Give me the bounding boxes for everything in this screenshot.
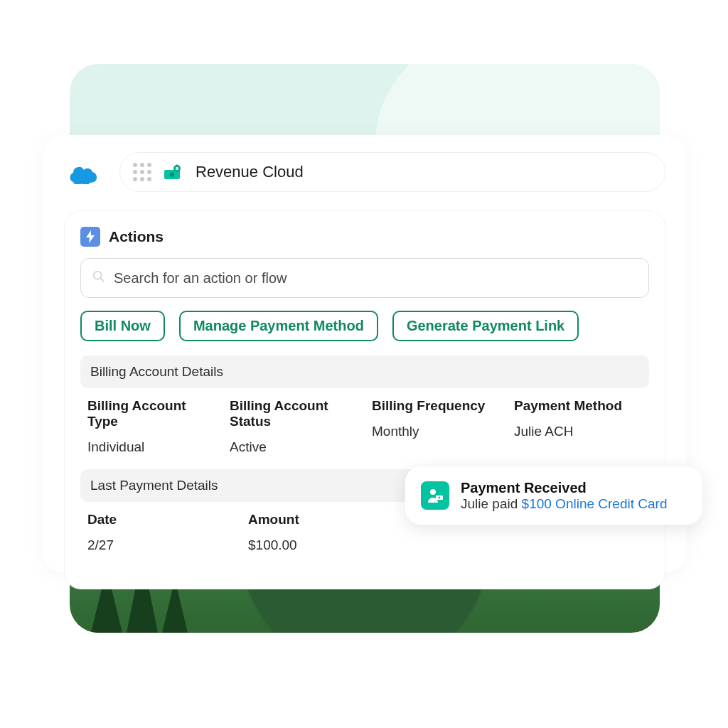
svg-point-3 [176,167,178,170]
svg-rect-5 [176,171,178,173]
quick-action-buttons: Bill Now Manage Payment Method Generate … [80,311,649,341]
search-icon [92,270,105,286]
toast-payment-link[interactable]: $100 Online Credit Card [522,496,668,511]
app-title: Revenue Cloud [196,163,304,181]
toast-title: Payment Received [461,480,667,496]
lightning-icon [80,227,100,247]
billing-type-label: Billing Account Type [87,398,215,429]
actions-title: Actions [109,228,164,245]
billing-type-value: Individual [87,439,215,455]
last-payment-date-label: Date [87,512,234,528]
svg-point-6 [94,272,102,279]
revenue-cloud-app-icon [163,164,184,181]
bill-now-button[interactable]: Bill Now [80,311,165,341]
actions-header: Actions [80,227,649,247]
payment-received-toast: Payment Received Julie paid $100 Online … [405,466,702,525]
payment-method-label: Payment Method [514,398,642,414]
action-search-input[interactable] [114,270,637,287]
svg-rect-4 [176,165,178,167]
app-header: Revenue Cloud [64,152,665,192]
svg-point-8 [430,489,436,495]
billing-account-details-grid: Billing Account Type Individual Billing … [80,398,649,455]
salesforce-cloud-icon [64,160,100,184]
last-payment-amount-value: $100.00 [248,537,370,553]
app-launcher-icon[interactable] [133,163,151,181]
svg-point-1 [170,172,174,176]
manage-payment-method-button[interactable]: Manage Payment Method [179,311,378,341]
last-payment-date-value: 2/27 [87,537,234,553]
app-header-pill: Revenue Cloud [119,152,665,192]
actions-panel: Actions Bill Now Manage Payment Method G… [64,210,665,589]
generate-payment-link-button[interactable]: Generate Payment Link [392,311,579,341]
toast-prefix: Julie paid [461,496,522,511]
billing-frequency-value: Monthly [372,424,500,439]
billing-frequency-label: Billing Frequency [372,398,500,414]
svg-point-10 [439,497,441,499]
payment-received-icon [421,481,449,510]
payment-method-value: Julie ACH [514,424,642,439]
last-payment-amount-label: Amount [248,512,370,528]
billing-status-value: Active [230,439,358,455]
action-search[interactable] [80,258,649,298]
toast-subtext: Julie paid $100 Online Credit Card [461,496,667,512]
svg-line-7 [101,279,105,282]
billing-account-details-header: Billing Account Details [80,355,649,388]
billing-status-label: Billing Account Status [230,398,358,429]
